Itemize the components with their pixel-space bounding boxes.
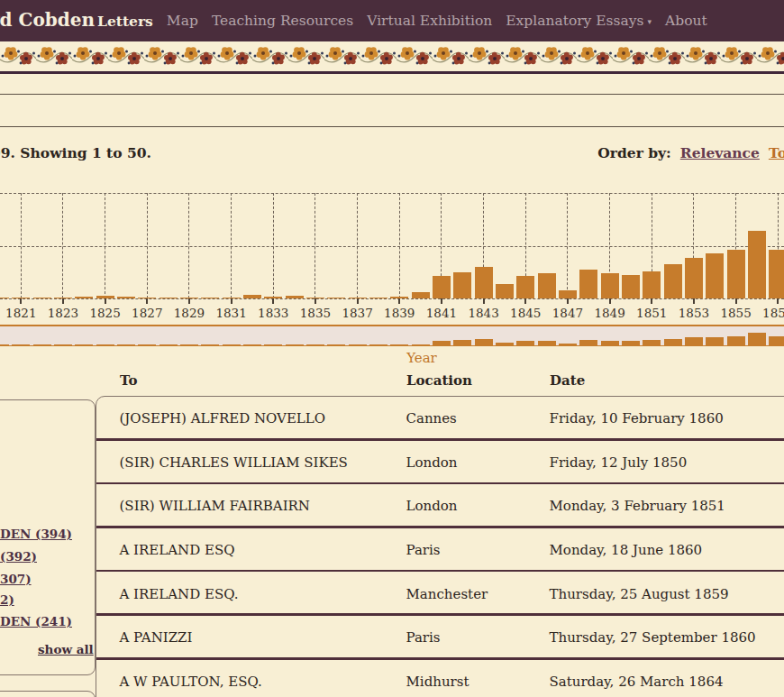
flower-cluster [360, 41, 397, 71]
nav-item-teaching-resources[interactable]: Teaching Resources [212, 13, 353, 29]
chart-bar-1835[interactable] [306, 298, 324, 299]
nav-item-virtual-exhibition[interactable]: Virtual Exhibition [367, 13, 492, 29]
flower-cluster [649, 41, 685, 71]
cell-location: Paris [406, 542, 441, 558]
chart-bar-1844[interactable] [496, 284, 514, 298]
chart-bar-1847[interactable] [559, 290, 577, 298]
page: rd Cobden LettersMapTeaching ResourcesVi… [0, 0, 784, 697]
flower-cluster [541, 41, 577, 71]
chart-bar-1837[interactable] [349, 298, 367, 298]
cell-location: Cannes [406, 410, 457, 426]
cell-date: Monday, 3 February 1851 [550, 498, 725, 514]
chart-bar-1827[interactable] [138, 298, 156, 298]
table-row[interactable]: (SIR) CHARLES WILLIAM SIKESLondonFriday,… [96, 441, 784, 485]
chart-bar-1824[interactable] [75, 297, 93, 299]
letters-table-panel: (JOSEPH) ALFRED NOVELLOCannesFriday, 10 … [96, 396, 784, 697]
chart-bar-1840[interactable] [412, 292, 430, 298]
chart-bar-1831[interactable] [223, 298, 241, 299]
chart-bar-1830[interactable] [201, 298, 219, 298]
chart-bar-1855[interactable] [727, 250, 745, 298]
table-row[interactable]: A IRELAND ESQ.ManchesterThursday, 25 Aug… [96, 572, 784, 616]
flower-cluster [180, 41, 216, 71]
chart-bar-1836[interactable] [327, 298, 345, 298]
axis-label-1821: 1821 [0, 306, 41, 320]
chart-tick-1837 [357, 298, 359, 304]
flower-cluster [36, 41, 72, 71]
chart-bar-1841[interactable] [433, 276, 451, 298]
cell-to: A IRELAND ESQ. [120, 586, 239, 602]
chart-bar-1856[interactable] [748, 231, 766, 298]
nav-item-about[interactable]: About [665, 13, 707, 29]
axis-label-1851: 1851 [631, 306, 672, 320]
chart-bar-1851[interactable] [643, 271, 661, 298]
facet-link[interactable]: 307) [0, 572, 32, 586]
chart-vgridline-1833 [273, 193, 274, 298]
brush-bar-1854 [706, 337, 724, 346]
chart-bar-1825[interactable] [96, 296, 114, 299]
horizontal-rule-top [0, 94, 784, 95]
facet-link[interactable]: DEN (394) [0, 527, 72, 541]
brush-bar-1843 [475, 339, 493, 345]
floral-border [0, 41, 784, 71]
chart-bar-1834[interactable] [286, 296, 304, 298]
chart-bar-1822[interactable] [33, 298, 51, 298]
flower-cluster [144, 41, 180, 71]
table-row[interactable]: (SIR) WILLIAM FAIRBAIRNLondonMonday, 3 F… [96, 484, 784, 528]
column-header-location: Location [406, 372, 472, 389]
chart-bar-1842[interactable] [453, 272, 471, 298]
brush-bar-1857 [769, 336, 784, 345]
table-row[interactable]: A PANIZZIParisThursday, 27 September 186… [96, 616, 784, 660]
axis-label-1831: 1831 [211, 306, 252, 320]
chart-bar-1833[interactable] [264, 297, 282, 299]
facet-panel-2 [0, 691, 96, 697]
site-brand[interactable]: rd Cobden [0, 9, 95, 31]
chart-bar-1838[interactable] [369, 298, 387, 298]
flower-cluster [72, 41, 108, 71]
chart-bar-1845[interactable] [516, 276, 534, 298]
chart-bar-1849[interactable] [601, 273, 619, 298]
nav-menu: LettersMapTeaching ResourcesVirtual Exhi… [97, 0, 707, 41]
nav-item-explanatory-essays[interactable]: Explanatory Essays▾ [506, 13, 652, 29]
chart-bar-1854[interactable] [706, 253, 724, 298]
brush-bar-1841 [433, 341, 451, 345]
facet-link[interactable]: 2) [0, 592, 14, 607]
table-row[interactable]: (JOSEPH) ALFRED NOVELLOCannesFriday, 10 … [96, 397, 784, 441]
chart-bar-1820[interactable] [0, 298, 9, 298]
chart-bar-1839[interactable] [390, 297, 408, 298]
axis-label-1855: 1855 [716, 306, 757, 320]
table-row[interactable]: A IRELAND ESQParisMonday, 18 June 1860 [96, 528, 784, 573]
chart-bar-1821[interactable] [12, 298, 30, 298]
chart-bar-1823[interactable] [54, 298, 72, 299]
nav-item-map[interactable]: Map [167, 13, 198, 29]
chart-bar-1843[interactable] [475, 267, 493, 298]
chart-bar-1828[interactable] [160, 298, 178, 298]
brush-bar-1822 [33, 344, 51, 345]
flower-cluster [577, 41, 613, 71]
chart-bar-1848[interactable] [579, 270, 597, 298]
chart-bar-1832[interactable] [243, 295, 261, 298]
brush-bar-1844 [496, 343, 514, 345]
nav-item-letters[interactable]: Letters [97, 13, 153, 30]
results-summary: 99. Showing 1 to 50. [0, 144, 151, 161]
brush-bar-1820 [0, 344, 9, 345]
chart-bar-1852[interactable] [664, 264, 682, 298]
chart-bar-1826[interactable] [117, 297, 135, 298]
flower-cluster [0, 41, 36, 71]
facet-link[interactable]: (392) [0, 549, 37, 564]
axis-label-1829: 1829 [169, 306, 210, 320]
order-by-relevance[interactable]: Relevance [680, 144, 760, 161]
chart-tick-1855 [735, 298, 737, 304]
chart-bar-1850[interactable] [622, 275, 640, 298]
chart-baseline [0, 298, 784, 299]
facet-link[interactable]: DEN (241) [0, 614, 72, 628]
chart-bar-1857[interactable] [769, 250, 784, 298]
table-row[interactable]: A W PAULTON, ESQ.MidhurstSaturday, 26 Ma… [96, 660, 784, 697]
chart-bar-1846[interactable] [538, 273, 556, 298]
order-by-to[interactable]: To [769, 144, 784, 161]
brush-bar-1847 [559, 344, 577, 345]
chart-bar-1853[interactable] [685, 258, 703, 298]
horizontal-rule-bottom [0, 126, 784, 127]
facet-show-all-link[interactable]: show all [38, 642, 94, 656]
chart-bar-1829[interactable] [180, 298, 198, 298]
brush-bar-1833 [264, 344, 282, 345]
